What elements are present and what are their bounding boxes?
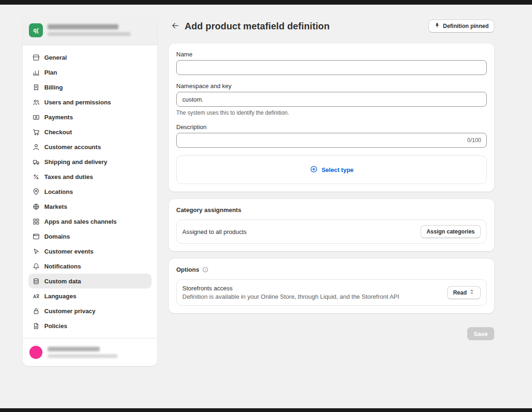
back-arrow-icon bbox=[171, 21, 180, 31]
languages-icon bbox=[32, 292, 40, 300]
sidebar-item-general[interactable]: General bbox=[28, 50, 152, 65]
save-button[interactable]: Save bbox=[467, 327, 494, 340]
page-header: Add product metafield definition Definit… bbox=[169, 19, 494, 34]
notifications-bell-icon bbox=[32, 262, 40, 270]
plus-circle-icon bbox=[310, 165, 318, 175]
storefronts-access-title: Storefronts access bbox=[182, 285, 399, 292]
sidebar-item-label: Shipping and delivery bbox=[44, 158, 107, 165]
user-identity-redacted bbox=[48, 347, 117, 358]
category-assignments-card: Category assignments Assigned to all pro… bbox=[169, 199, 494, 251]
back-button[interactable] bbox=[169, 20, 182, 33]
sidebar-item-shipping[interactable]: Shipping and delivery bbox=[28, 154, 152, 169]
sidebar-item-label: Locations bbox=[44, 188, 73, 195]
sidebar-item-label: General bbox=[44, 54, 67, 61]
description-input[interactable] bbox=[176, 133, 487, 148]
sidebar-item-label: Markets bbox=[44, 203, 67, 210]
storefronts-access-select[interactable]: Read bbox=[447, 286, 481, 299]
assign-categories-button[interactable]: Assign categories bbox=[421, 225, 481, 238]
namespace-label: Namespace and key bbox=[176, 82, 487, 89]
select-type-button[interactable]: Select type bbox=[176, 155, 487, 184]
sidebar-item-users[interactable]: Users and permissions bbox=[28, 95, 152, 110]
sidebar-item-policies[interactable]: Policies bbox=[28, 318, 152, 333]
user-name-redacted bbox=[48, 347, 100, 351]
store-avatar: q( bbox=[29, 23, 43, 37]
page-title: Add product metafield definition bbox=[185, 21, 330, 32]
storefronts-access-row: Storefronts access Definition is availab… bbox=[176, 279, 487, 306]
save-row: Save bbox=[169, 327, 494, 340]
pinned-button-label: Definition pinned bbox=[443, 23, 489, 29]
sidebar-item-label: Customer events bbox=[44, 248, 93, 255]
sidebar-item-domains[interactable]: Domains bbox=[28, 229, 152, 244]
description-field-group: Description 0/100 bbox=[176, 124, 487, 148]
sidebar-item-customer-privacy[interactable]: Customer privacy bbox=[28, 303, 152, 318]
sidebar-item-label: Checkout bbox=[44, 129, 72, 136]
sidebar-item-languages[interactable]: Languages bbox=[28, 288, 152, 303]
options-card: Options Storefronts access Definition is… bbox=[169, 259, 494, 313]
name-label: Name bbox=[176, 51, 487, 58]
sidebar-item-customer-events[interactable]: Customer events bbox=[28, 244, 152, 259]
user-footer[interactable] bbox=[23, 338, 157, 366]
info-icon[interactable] bbox=[202, 266, 209, 273]
payments-icon bbox=[32, 113, 40, 121]
plan-icon bbox=[32, 69, 40, 76]
namespace-field-group: Namespace and key The system uses this t… bbox=[176, 82, 487, 116]
sidebar-item-markets[interactable]: Markets bbox=[28, 199, 152, 214]
domains-browser-icon bbox=[32, 233, 40, 240]
store-identity-redacted bbox=[48, 24, 131, 36]
description-label: Description bbox=[176, 124, 487, 130]
settings-sidebar: q( General Plan Billing Users and permis… bbox=[23, 15, 157, 366]
locations-pin-icon bbox=[32, 188, 40, 196]
select-chevrons-icon bbox=[469, 289, 475, 296]
sidebar-item-notifications[interactable]: Notifications bbox=[28, 259, 152, 274]
custom-data-icon bbox=[32, 277, 40, 285]
store-header: q( bbox=[23, 15, 157, 45]
main-content: Add product metafield definition Definit… bbox=[169, 19, 494, 340]
store-name-redacted bbox=[48, 24, 118, 29]
namespace-input[interactable] bbox=[176, 92, 487, 107]
window-bottom-bar bbox=[0, 408, 532, 412]
sidebar-item-checkout[interactable]: Checkout bbox=[28, 124, 152, 139]
apps-grid-icon bbox=[32, 218, 40, 226]
sidebar-item-custom-data[interactable]: Custom data bbox=[28, 274, 152, 288]
sidebar-item-label: Taxes and duties bbox=[44, 173, 93, 180]
sidebar-item-payments[interactable]: Payments bbox=[28, 110, 152, 124]
checkout-cart-icon bbox=[32, 128, 40, 136]
taxes-percent-icon bbox=[32, 173, 40, 181]
users-icon bbox=[32, 98, 40, 106]
options-card-title: Options bbox=[176, 266, 199, 273]
sidebar-item-taxes[interactable]: Taxes and duties bbox=[28, 169, 152, 184]
sidebar-item-label: Billing bbox=[44, 84, 63, 91]
definition-pinned-button[interactable]: Definition pinned bbox=[428, 20, 494, 33]
definition-card: Name Namespace and key The system uses t… bbox=[169, 43, 494, 192]
sidebar-item-label: Customer privacy bbox=[44, 308, 96, 315]
pin-icon bbox=[434, 22, 440, 30]
sidebar-item-label: Plan bbox=[44, 69, 57, 76]
customer-accounts-icon bbox=[32, 143, 40, 151]
user-email-redacted bbox=[48, 354, 117, 358]
sidebar-item-label: Payments bbox=[44, 114, 73, 121]
sidebar-item-plan[interactable]: Plan bbox=[28, 65, 152, 80]
sidebar-item-label: Languages bbox=[44, 293, 76, 300]
sidebar-item-label: Users and permissions bbox=[44, 99, 111, 106]
store-icon bbox=[32, 54, 40, 62]
select-type-label: Select type bbox=[322, 166, 354, 173]
billing-icon bbox=[32, 83, 40, 91]
sidebar-item-label: Policies bbox=[44, 323, 67, 330]
category-card-title: Category assignments bbox=[176, 206, 241, 213]
sidebar-item-apps[interactable]: Apps and sales channels bbox=[28, 214, 152, 229]
sidebar-item-label: Domains bbox=[44, 233, 70, 240]
category-assignment-row: Assigned to all products Assign categori… bbox=[176, 220, 487, 244]
sidebar-item-locations[interactable]: Locations bbox=[28, 184, 152, 199]
name-input[interactable] bbox=[176, 60, 487, 75]
category-status-text: Assigned to all products bbox=[182, 228, 247, 235]
markets-globe-icon bbox=[32, 203, 40, 211]
sidebar-item-label: Notifications bbox=[44, 263, 81, 270]
storefronts-access-text: Storefronts access Definition is availab… bbox=[182, 285, 399, 300]
user-avatar bbox=[29, 346, 42, 359]
sidebar-item-billing[interactable]: Billing bbox=[28, 80, 152, 95]
shipping-truck-icon bbox=[32, 158, 40, 166]
namespace-help-text: The system uses this to identify the def… bbox=[176, 110, 487, 116]
sidebar-item-label: Customer accounts bbox=[44, 144, 101, 151]
sidebar-item-customer-accounts[interactable]: Customer accounts bbox=[28, 139, 152, 154]
name-field-group: Name bbox=[176, 51, 487, 75]
